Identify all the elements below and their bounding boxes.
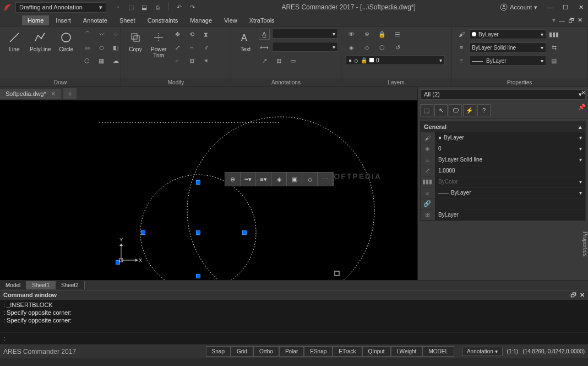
image-quick-icon[interactable]: ▣ [287,173,302,186]
flash-icon[interactable]: ⚡ [463,104,476,116]
rectangle-icon[interactable]: ▭ [81,42,92,53]
scale-icon[interactable]: ⤢ [172,42,183,53]
account-menu[interactable]: Account ▾ [500,3,537,11]
snap-toggle[interactable]: Snap [206,346,231,357]
field-icon[interactable]: ▭ [287,55,298,66]
block-quick-icon[interactable]: ◇ [302,173,318,186]
tab-constraints[interactable]: Constraints [142,15,184,25]
offset-icon[interactable]: ⫽ [200,42,211,53]
line-button[interactable]: Line [4,29,24,53]
linetype-quick-icon[interactable]: ┅▾ [241,173,256,186]
doc-restore-button[interactable]: 🗗 [568,17,574,24]
match-icon[interactable]: ⇆ [548,42,559,53]
save-icon[interactable]: ⬓ [139,2,149,12]
layer-prev-icon[interactable]: ↺ [392,42,403,53]
region-icon[interactable]: ◧ [110,42,121,53]
grip-handle[interactable] [141,230,145,235]
lineweight-quick-icon[interactable]: ≡▾ [256,173,271,186]
qinput-toggle[interactable]: QInput [362,346,391,357]
dim-icon[interactable]: ⟷ [259,42,270,53]
layout-tab-sheet1[interactable]: Sheet1 [26,281,56,289]
annotation-dropdown[interactable]: Annotation ▾ [462,347,503,356]
etrack-toggle[interactable]: ETrack [333,346,362,357]
minimize-button[interactable]: — [545,2,555,12]
model-toggle[interactable]: MODEL [422,346,454,357]
dock-icon[interactable]: 🗗 [570,292,576,299]
grip-handle[interactable] [196,180,200,185]
doc-close-button[interactable]: ✕ [578,17,582,24]
lweight-toggle[interactable]: LWeight [391,346,423,357]
list-icon[interactable]: ▤ [548,55,559,66]
selection-filter-dropdown[interactable]: All (2)▾ [420,89,586,100]
ellipse-icon[interactable]: ⬭ [96,42,107,53]
tab-xtratools[interactable]: XtraTools [244,15,280,25]
pin-icon[interactable]: 📌 [578,104,586,111]
powertrim-button[interactable]: Power Trim [149,29,168,60]
layer-freeze-icon[interactable]: ❄ [361,29,372,40]
prop-plotstyle-dropdown[interactable]: ByLayer [435,209,585,220]
doc-minimize-button[interactable]: — [559,17,565,24]
close-icon[interactable]: ✕ [581,89,586,96]
lineweight-icon[interactable]: ≡ [456,55,467,66]
section-header[interactable]: General▴ [421,122,585,132]
layer-walk-icon[interactable]: ⬡ [377,42,388,53]
maximize-button[interactable]: ☐ [560,2,570,12]
circle-button[interactable]: Circle [56,29,76,53]
close-button[interactable]: ✕ [576,2,586,12]
layer-manager-icon[interactable]: ☰ [392,29,403,40]
help-icon[interactable]: ? [477,104,491,116]
properties-tab-vertical[interactable]: Properties [582,232,588,257]
lineweight-dropdown[interactable]: —— ByLayer▾ [469,56,546,66]
points-icon[interactable]: ⁘ [110,29,121,40]
hatch-prop-icon[interactable]: ▮▮▮ [548,29,559,40]
polar-toggle[interactable]: Polar [279,346,304,357]
layout-tab-model[interactable]: Model [0,281,26,289]
zoom-icon[interactable]: ⊖ [225,173,241,186]
prop-lineweight-dropdown[interactable]: —— ByLayer▾ [435,187,585,198]
esnap-toggle[interactable]: ESnap [304,346,333,357]
color-icon[interactable]: 🖌 [456,29,467,40]
tab-insert[interactable]: Insert [50,15,77,25]
close-icon[interactable]: ✕ [580,292,585,299]
array-icon[interactable]: ⊞ [186,55,197,66]
fillet-icon[interactable]: ⌐ [172,55,183,66]
stretch-icon[interactable]: ↔ [186,42,197,53]
move-icon[interactable]: ✥ [172,29,183,40]
arc-icon[interactable]: ⌒ [81,29,92,40]
prop-layer-dropdown[interactable]: 0▾ [435,143,585,154]
dim-style-dropdown[interactable]: ▾ [272,42,338,52]
close-icon[interactable]: ✕ [51,90,56,98]
prop-hyperlink-input[interactable] [435,198,585,209]
layer-iso-icon[interactable]: ◈ [346,42,357,53]
select-icon[interactable]: ⬚ [420,104,433,116]
layer-quick-icon[interactable]: ◈ [271,173,287,186]
tab-view[interactable]: View [219,15,243,25]
layer-state-icon[interactable]: 👁 [346,29,357,40]
help-icon[interactable]: ▾ [552,17,556,24]
layer-off-icon[interactable]: ◇ [361,42,372,53]
text-style-dropdown[interactable]: ▾ [272,29,338,39]
document-tab[interactable]: Softpedia.dwg* ✕ [0,89,61,99]
grid-toggle[interactable]: Grid [231,346,253,357]
prop-scale-input[interactable]: 1.0000 [435,165,585,176]
explode-icon[interactable]: ✴ [200,55,211,66]
quick-select-icon[interactable]: ↖ [434,104,448,116]
prop-color-dropdown[interactable]: ● ByLayer▾ [435,132,585,143]
spline-icon[interactable]: 〰 [96,29,107,40]
grip-handle[interactable] [116,260,120,265]
linetype-icon[interactable]: ≡ [456,42,467,53]
print-icon[interactable]: ⎙ [153,2,162,12]
layer-lock-icon[interactable]: 🔒 [377,29,388,40]
leader-icon[interactable]: ↗ [259,55,270,66]
color-dropdown[interactable]: ByLayer▾ [469,29,546,39]
table-icon[interactable]: ⊞ [273,55,284,66]
polyline-button[interactable]: PolyLine [28,29,53,53]
grip-handle[interactable] [196,230,200,235]
layout-tab-sheet2[interactable]: Sheet2 [56,281,85,289]
polygon-icon[interactable]: ⬡ [81,55,92,66]
view-icon[interactable]: 🖵 [449,104,462,116]
redo-icon[interactable]: ↷ [187,2,197,12]
tab-manage[interactable]: Manage [184,15,217,25]
prop-style-dropdown[interactable]: ByColor▾ [435,176,585,187]
open-icon[interactable]: ⬚ [126,2,136,12]
